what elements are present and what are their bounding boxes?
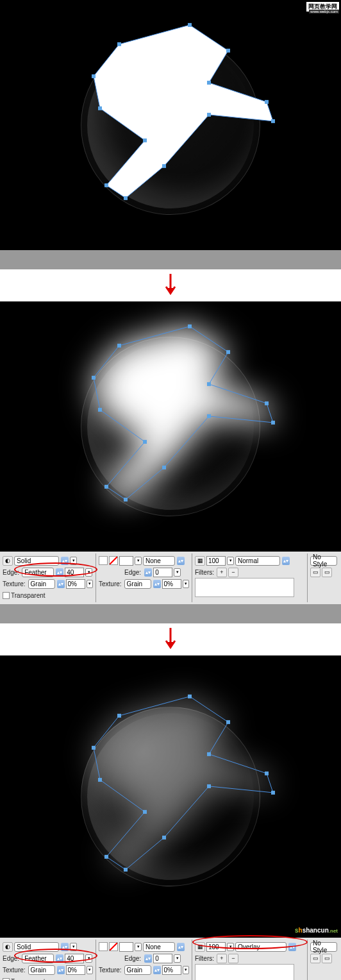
filters-list[interactable] [195, 964, 294, 980]
stroke-width-input[interactable] [119, 556, 133, 566]
svg-rect-20 [162, 466, 166, 469]
svg-rect-23 [143, 440, 147, 444]
stroke-edge-stepper[interactable]: ▴▾ [144, 954, 152, 963]
opacity-input[interactable] [206, 556, 226, 566]
texture-select[interactable]: Grain [28, 579, 56, 589]
edge-dropdown[interactable]: ▾ [85, 568, 92, 577]
style-select[interactable]: No Style [310, 556, 337, 566]
svg-rect-10 [143, 139, 147, 142]
svg-rect-3 [207, 81, 211, 85]
svg-rect-32 [207, 784, 211, 788]
stroke-width-input[interactable] [119, 942, 133, 952]
svg-rect-6 [207, 113, 211, 117]
texture-dropdown[interactable]: ▾ [87, 966, 93, 974]
transparent-checkbox[interactable] [3, 592, 10, 599]
opacity-dropdown[interactable]: ▾ [227, 943, 234, 951]
blend-mode-select[interactable]: Normal [235, 556, 280, 566]
fill-type-value: Solid [17, 557, 31, 564]
stroke-color-swatch[interactable] [99, 556, 108, 565]
stroke-stepper[interactable]: ▴▾ [177, 557, 185, 565]
fill-dropdown[interactable]: ▾ [70, 943, 77, 951]
edge-stepper[interactable]: ▴▾ [56, 954, 63, 963]
vector-shape-solid[interactable] [62, 19, 279, 212]
fill-icon[interactable]: ◐ [3, 556, 13, 566]
fill-stepper[interactable]: ▴▾ [61, 557, 69, 565]
stroke-edge-input[interactable] [153, 954, 172, 963]
svg-rect-18 [271, 421, 275, 425]
fill-dropdown[interactable]: ▾ [70, 557, 77, 565]
texture-stepper[interactable]: ▴▾ [57, 966, 64, 974]
stroke-texture-input[interactable] [162, 965, 181, 975]
stroke-none-swatch[interactable] [109, 942, 118, 951]
fill-type-select[interactable]: Solid [14, 942, 59, 952]
opacity-input[interactable] [206, 942, 226, 952]
style-btn-1[interactable]: ▭ [310, 954, 320, 963]
texture-dropdown[interactable]: ▾ [87, 580, 93, 588]
step-arrow-2 [0, 623, 341, 655]
texture-amount-input[interactable] [66, 579, 85, 589]
stroke-none-swatch[interactable] [109, 556, 118, 565]
stroke-edge-input[interactable] [153, 568, 172, 577]
stroke-type-select[interactable]: None [143, 942, 175, 952]
stroke-stepper[interactable]: ▴▾ [177, 943, 185, 951]
stroke-edge-label: Edge: [124, 955, 141, 962]
svg-rect-11 [98, 106, 102, 110]
fill-icon[interactable]: ◐ [3, 942, 13, 952]
stroke-type-select[interactable]: None [143, 556, 175, 566]
vector-path-outline[interactable] [62, 320, 279, 514]
stroke-edge-stepper[interactable]: ▴▾ [144, 568, 152, 577]
stroke-type-value: None [146, 943, 161, 950]
svg-rect-31 [271, 791, 275, 795]
style-btn-1[interactable]: ▭ [310, 568, 320, 577]
stroke-edge-dropdown[interactable]: ▾ [174, 568, 181, 577]
blend-mode-value: Overlay [238, 943, 260, 950]
stroke-edge-dropdown[interactable]: ▾ [174, 954, 181, 963]
stroke-texture-input[interactable] [162, 579, 181, 589]
shancun-watermark: shshancun.net [295, 924, 338, 934]
fill-stepper[interactable]: ▴▾ [61, 943, 69, 951]
opacity-dropdown[interactable]: ▾ [227, 557, 234, 565]
step-arrow-1 [0, 269, 341, 301]
stroke-color-swatch[interactable] [99, 942, 108, 951]
fill-type-value: Solid [17, 943, 31, 950]
svg-rect-5 [271, 119, 275, 123]
add-filter-button[interactable]: + [217, 954, 227, 963]
style-btn-2[interactable]: ▭ [322, 568, 332, 577]
stroke-texture-select[interactable]: Grain [124, 965, 152, 975]
edge-dropdown[interactable]: ▾ [85, 954, 92, 963]
remove-filter-button[interactable]: − [228, 568, 238, 577]
filters-list[interactable] [195, 578, 294, 597]
texture-label: Texture: [3, 967, 26, 974]
blend-mode-select[interactable]: Overlay [235, 942, 287, 952]
stroke-texture-stepper[interactable]: ▴▾ [153, 966, 160, 974]
svg-rect-13 [117, 344, 121, 348]
stroke-texture-stepper[interactable]: ▴▾ [153, 580, 160, 588]
transparent-checkbox[interactable] [3, 978, 10, 981]
stroke-texture-select[interactable]: Grain [124, 579, 152, 589]
texture-select[interactable]: Grain [28, 965, 56, 975]
stroke-width-dropdown[interactable]: ▾ [135, 557, 142, 565]
blend-stepper[interactable]: ▴▾ [282, 557, 290, 565]
remove-filter-button[interactable]: − [228, 954, 238, 963]
style-select[interactable]: No Style [310, 942, 337, 952]
add-filter-button[interactable]: + [217, 568, 227, 577]
edge-type-select[interactable]: Feather [22, 954, 54, 963]
fill-type-select[interactable]: Solid [14, 556, 59, 566]
edge-stepper[interactable]: ▴▾ [56, 568, 63, 577]
blend-stepper[interactable]: ▴▾ [288, 943, 296, 951]
texture-amount-input[interactable] [66, 965, 85, 975]
style-btn-2[interactable]: ▭ [322, 954, 332, 963]
svg-rect-30 [265, 772, 269, 775]
texture-stepper[interactable]: ▴▾ [57, 580, 64, 588]
edge-type-select[interactable]: Feather [22, 568, 54, 577]
stroke-texture-dropdown[interactable]: ▾ [183, 966, 189, 974]
filters-label: Filters: [195, 955, 214, 962]
edge-amount-input[interactable] [65, 954, 84, 963]
stroke-width-dropdown[interactable]: ▾ [135, 943, 142, 951]
opacity-icon: ▦ [195, 556, 205, 566]
svg-rect-22 [104, 485, 108, 489]
stroke-texture-dropdown[interactable]: ▾ [183, 580, 189, 588]
edge-amount-input[interactable] [65, 568, 84, 577]
vector-path-outline[interactable] [62, 690, 279, 884]
svg-rect-7 [162, 164, 166, 168]
